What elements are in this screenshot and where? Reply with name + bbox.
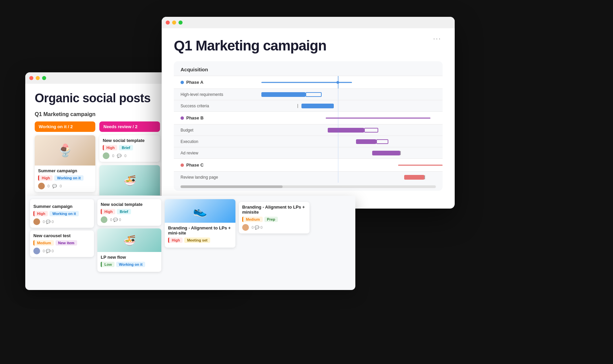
bar-budget-outline (364, 128, 378, 133)
bar-hlreq-filled (261, 92, 306, 97)
gantt-timeline-landing (241, 172, 443, 183)
bar-phase-b-line (326, 117, 430, 118)
gantt-row-success: Success criteria (174, 100, 443, 111)
today-dot (336, 81, 339, 84)
gantt-row-phase-b: Phase B (174, 111, 443, 124)
card-branding-bottom-title: Branding - Alignment to LPs + mini-site (168, 225, 232, 235)
gantt-label-success: Success criteria (174, 104, 241, 108)
card-tags-summer: High Working on it (38, 175, 92, 181)
ice-cream-icon: 🍨 (58, 143, 73, 157)
tag-brief: Brief (119, 145, 133, 150)
tag-prep: Prep (264, 217, 278, 222)
bar-adreview (372, 151, 400, 155)
card-summer-campaign[interactable]: 🍨 Summer campaign High Working on it 0 💬 (35, 135, 95, 192)
col-header-working: Working on it / 2 (35, 121, 95, 132)
shoe-icon-b: 👟 (193, 204, 207, 218)
gantt-timeline-hlreq (241, 89, 443, 100)
gantt-label-phase-a: Phase A (174, 80, 241, 85)
card-social-bottom-title: New social template (101, 202, 158, 207)
bottom-col-2: New social template High Brief 0 💬 0 🍜 L… (97, 199, 161, 287)
food-icon-b: 🍜 (123, 234, 136, 246)
card-title-social: New social template (103, 138, 157, 143)
maximize-dot[interactable] (179, 21, 183, 25)
card-carousel-bottom-title: New carousel test (33, 233, 91, 238)
connector2 (400, 151, 401, 155)
connector (297, 104, 298, 108)
tag-working-c: Working on it (116, 262, 145, 267)
tag-high-c: High (101, 209, 115, 214)
bottom-col-3: 👟 Branding - Alignment to LPs + mini-sit… (165, 199, 235, 287)
gantt-row-landing: Review landing page (174, 171, 443, 183)
minimize-dot[interactable] (36, 76, 40, 80)
today-line-ref8 (338, 172, 338, 183)
gantt-label-phase-c: Phase C (174, 162, 241, 168)
phase-a-dot (181, 81, 184, 84)
phase-c-label: Phase C (186, 162, 203, 168)
card-img-shoe-b: 👟 (165, 199, 235, 223)
chat-icon: 💬 (52, 184, 57, 188)
avatar (103, 152, 109, 159)
tag-medium-b: Medium (33, 240, 54, 246)
card-img-lp: 🍜 (99, 165, 160, 195)
phase-a-label: Phase A (186, 80, 203, 85)
comment-count: 0 (47, 184, 50, 188)
card-social-bottom[interactable]: New social template High Brief 0 💬 0 (97, 199, 161, 226)
card-meta-social: 0 💬 0 (103, 152, 157, 159)
card-summer-bottom[interactable]: Summer campaign High Working on it 0 💬 0 (30, 199, 94, 228)
gantt-timeline-phase-c (241, 159, 443, 171)
today-line-ref4 (338, 124, 338, 136)
gantt-label-phase-b: Phase B (174, 115, 241, 120)
bottom-col-4: Branding - Alignment to LPs + minisite M… (239, 199, 310, 287)
today-line-ref5 (338, 136, 338, 147)
bar-budget (328, 128, 364, 133)
gantt-label-budget: Budget (174, 128, 241, 133)
gantt-label-adreview: Ad review (174, 151, 241, 155)
chat-icon: 💬 (117, 154, 122, 158)
count-c3: 0 💬 0 (110, 218, 121, 222)
avatar-d (242, 224, 249, 231)
tag-high-b: High (33, 211, 48, 216)
tag-working: Working on it (54, 175, 83, 181)
connector3 (424, 175, 425, 179)
tag-new-b: New item (56, 240, 77, 246)
today-line-ref6 (338, 147, 338, 158)
bottom-col-1: Summer campaign High Working on it 0 💬 0… (30, 199, 94, 287)
front-window: Q1 Marketing campaign ··· Acquisition Ph… (162, 17, 455, 209)
card-social-template[interactable]: New social template High Brief 0 💬 0 (99, 135, 160, 162)
close-dot[interactable] (29, 76, 33, 80)
tag-high: High (38, 175, 53, 181)
count-c2: 0 💬 0 (43, 249, 54, 253)
count-d: 0 💬 0 (252, 225, 262, 230)
card-lp-bottom[interactable]: 🍜 LP new flow Low Working on it (97, 228, 161, 272)
card-meta-c3: 0 💬 0 (101, 216, 158, 223)
gantt-scrollbar[interactable] (181, 185, 436, 188)
minimize-dot[interactable] (172, 21, 176, 25)
card-branding-bottom[interactable]: 👟 Branding - Alignment to LPs + mini-sit… (165, 199, 235, 248)
card-summer-bottom-title: Summer campaign (33, 204, 91, 209)
attach-count: 0 (124, 154, 126, 158)
bottom-board: Summer campaign High Working on it 0 💬 0… (25, 196, 355, 290)
gantt-row-phase-c: Phase C (174, 158, 443, 171)
gantt-row-budget: Budget (174, 124, 443, 136)
today-line-ref2 (338, 100, 338, 111)
avatar-c2 (33, 248, 40, 254)
card-carousel-bottom[interactable]: New carousel test Medium New item 0 💬 0 (30, 230, 94, 257)
gantt-section-label: Acquisition (174, 67, 443, 76)
window-chrome-front (162, 17, 455, 28)
maximize-dot[interactable] (42, 76, 46, 80)
close-dot[interactable] (166, 21, 170, 25)
today-line-ref3 (338, 112, 338, 124)
avatar-b (33, 218, 40, 225)
comment-count: 0 (112, 154, 114, 158)
card-img-lp-b: 🍜 (97, 228, 161, 252)
card-branding-2[interactable]: Branding - Alignment to LPs + minisite M… (239, 202, 310, 233)
gantt-container: Acquisition Phase A High-level requireme… (174, 61, 443, 191)
col-header-review: Needs review / 2 (99, 121, 160, 132)
bar-hlreq-outline (305, 92, 322, 97)
today-line-ref (338, 89, 338, 100)
bar-phase-c-line (398, 165, 443, 166)
menu-dots[interactable]: ··· (433, 34, 441, 43)
gantt-label-execution: Execution (174, 139, 241, 144)
card-meta-b: 0 💬 0 (33, 218, 91, 225)
tag-brief-c: Brief (117, 209, 131, 214)
